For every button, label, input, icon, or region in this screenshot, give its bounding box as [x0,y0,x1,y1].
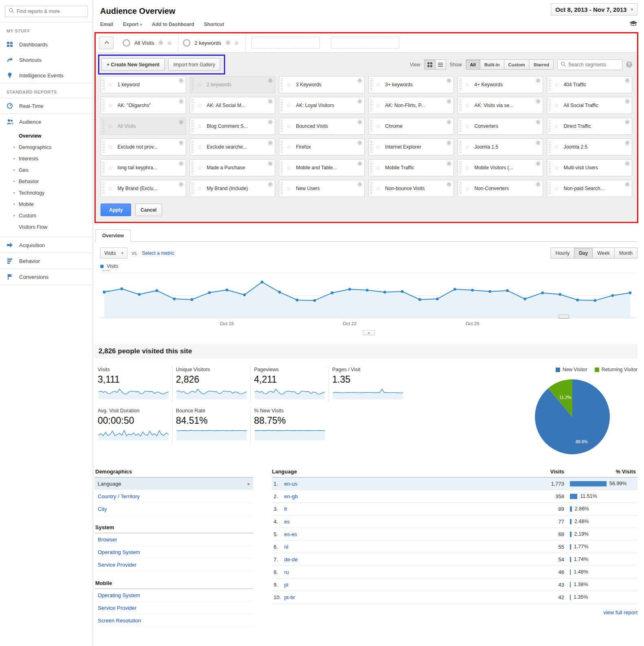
star-icon[interactable]: ☆ [108,185,113,192]
language-link[interactable]: en-us [284,481,532,487]
segment-card[interactable]: ☆Non-bounce Visits [368,180,454,197]
star-icon[interactable]: ☆ [108,81,113,88]
sidebar-item-shortcuts[interactable]: Shortcuts [0,52,93,68]
star-icon[interactable]: ☆ [286,164,291,171]
star-icon[interactable]: ☆ [465,185,470,192]
star-icon[interactable]: ☆ [286,102,291,109]
gear-icon[interactable] [179,99,184,104]
segment-card[interactable]: ☆Exclude searche... [190,138,275,155]
sidebar-item-mobile[interactable]: ▸Mobile [0,199,93,210]
gear-icon[interactable] [357,120,362,125]
export-button[interactable]: Export▾ [123,22,142,27]
timeline-zoom-slider[interactable] [559,315,569,319]
segment-card[interactable]: ☆My Brand (Include) [190,180,275,197]
language-link[interactable]: en-gb [284,493,532,499]
language-link[interactable]: es-es [284,531,532,537]
star-icon[interactable]: ☆ [554,144,559,150]
gear-icon[interactable] [625,161,630,166]
sidebar-item-conversions[interactable]: Conversions [0,269,93,285]
segment-card[interactable]: ☆Bounced Visits [279,118,364,135]
sidebar-item-real-time[interactable]: Real-Time [0,98,93,114]
segment-card[interactable]: ☆Internet Explorer [368,138,454,155]
sidebar-item-acquisition[interactable]: Acquisition [0,237,93,253]
segment-card[interactable]: ☆Exclude not prov... [101,138,186,155]
sidebar-item-intelligence-events[interactable]: Intelligence Events [0,68,93,83]
metric-card[interactable]: Avg. Visit Duration00:00:50 [94,407,173,443]
star-icon[interactable]: ☆ [286,185,291,192]
gear-icon[interactable] [268,120,273,125]
segment-card[interactable]: ☆Joomla 1.5 [458,138,543,155]
gear-icon[interactable] [536,140,541,145]
segment-card[interactable]: ☆AK: Visits via se... [458,97,543,114]
gear-icon[interactable] [268,182,273,187]
gear-icon[interactable] [268,140,273,145]
segment-card[interactable]: ☆Mobile Traffic [368,159,454,176]
date-range-selector[interactable]: Oct 8, 2013 - Nov 7, 2013 ▾ [551,3,637,15]
segment-card[interactable]: ☆Mobile and Table... [279,159,364,176]
gear-icon[interactable] [536,161,541,166]
gear-icon[interactable] [179,140,184,145]
segment-card[interactable]: ☆1 keyword [101,76,186,93]
star-icon[interactable]: ☆ [197,102,202,109]
select-a-metric-link[interactable]: Select a metric [142,250,174,256]
remove-segment-icon[interactable]: ⊗ [234,40,239,46]
search-segments-input[interactable] [568,62,619,68]
dimension-mobile-service-provider[interactable]: Service Provider [94,602,253,614]
star-icon[interactable]: ☆ [554,123,559,129]
dimension-city[interactable]: City [94,503,253,515]
gear-icon[interactable] [447,78,451,83]
language-link[interactable]: es [284,519,532,525]
segment-card[interactable]: ☆3+ keywords [368,76,454,93]
metric-card[interactable]: Pageviews4,211 [251,366,329,402]
gear-icon[interactable] [447,120,451,125]
list-view-button[interactable] [435,59,446,70]
star-icon[interactable]: ☆ [554,102,559,109]
language-link[interactable]: fr [284,506,532,512]
gear-icon[interactable] [179,120,184,125]
segment-card[interactable]: ☆Non-Converters [458,180,543,197]
star-icon[interactable]: ☆ [108,144,113,150]
star-icon[interactable]: ☆ [286,81,291,88]
granularity-hourly-button[interactable]: Hourly [550,247,574,258]
star-icon[interactable]: ☆ [554,81,559,88]
segment-card[interactable]: ☆Chrome [368,118,454,135]
sidebar-item-demographics[interactable]: ▸Demographics [0,142,93,153]
granularity-day-button[interactable]: Day [574,247,593,258]
star-icon[interactable]: ☆ [286,123,291,129]
granularity-week-button[interactable]: Week [593,247,614,258]
gear-icon[interactable] [447,140,451,145]
gear-icon[interactable] [625,99,630,104]
gear-icon[interactable] [357,161,362,166]
gear-icon[interactable] [447,99,451,104]
filter-starred-button[interactable]: Starred [529,59,554,70]
tutorial-icon[interactable] [629,21,637,28]
star-icon[interactable]: ☆ [108,123,113,129]
star-icon[interactable]: ☆ [197,81,202,88]
dimension-mobile-os[interactable]: Operating System [94,589,253,602]
filter-all-button[interactable]: All [466,59,480,70]
star-icon[interactable]: ☆ [197,123,202,129]
segment-card[interactable]: ☆Non-paid Search... [547,180,632,197]
segment-card[interactable]: ☆Blog Comment S... [190,118,275,135]
star-icon[interactable]: ☆ [376,185,381,192]
sidebar-item-custom[interactable]: ▸Custom [0,210,93,221]
gear-icon[interactable] [625,140,630,145]
segment-card[interactable]: ☆Direct Traffic [547,118,632,135]
star-icon[interactable]: ☆ [465,144,470,150]
apply-button[interactable]: Apply [101,204,131,216]
language-link[interactable]: pt-br [284,594,532,600]
star-icon[interactable]: ☆ [554,185,559,192]
star-icon[interactable]: ☆ [197,144,202,150]
star-icon[interactable]: ☆ [376,144,381,150]
metric-card[interactable]: % New Visits88.75% [251,407,329,443]
email-button[interactable]: Email [100,22,113,27]
gear-icon[interactable] [625,182,630,187]
dimension-country[interactable]: Country / Territory [94,490,253,503]
sidebar-item-technology[interactable]: ▸Technology [0,187,93,199]
dimension-service-provider[interactable]: Service Provider [94,558,253,571]
metric-card[interactable]: Pages / Visit1.35 [329,366,407,402]
tab-overview[interactable]: Overview [95,230,131,242]
add-to-dashboard-button[interactable]: Add to Dashboard [152,22,194,27]
gear-icon[interactable] [226,40,230,45]
empty-segment-slot[interactable] [251,37,320,49]
